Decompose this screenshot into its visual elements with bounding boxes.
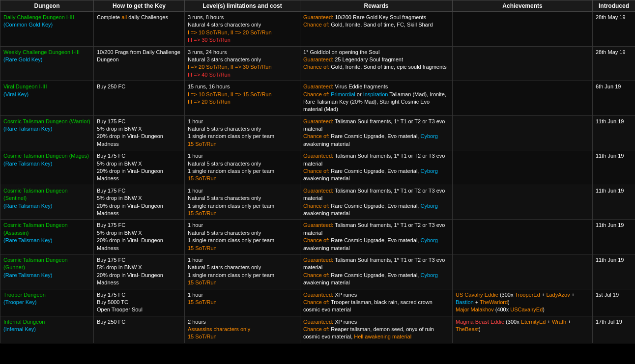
row-weekly: Weekly Challenge Dungeon I-III(Rare Gold… bbox=[0, 46, 635, 81]
row-cosmic-gunner: Cosmic Talisman Dungeon (Gunner)(Rare Ta… bbox=[0, 254, 635, 289]
introduced-cell: 6th Jun 19 bbox=[593, 81, 635, 116]
introduced-cell: 17th Jul 19 bbox=[593, 316, 635, 343]
rewards-cell: Guaranteed: Talisman Soul framents, 1* T… bbox=[300, 150, 453, 185]
achievements-cell: US Cavalry Eddie (300x TrooperEd + LadyA… bbox=[453, 289, 593, 316]
main-table: Dungeon How to get the Key Level(s) limi… bbox=[0, 0, 635, 343]
level-cell: 1 hourNatural 5 stars characters only1 s… bbox=[185, 115, 300, 150]
level-cell: 2 hoursAssassins characters only15 SoT/R… bbox=[185, 316, 300, 343]
dungeon-cell: Cosmic Talisman Dungeon (Magus)(Rare Tal… bbox=[0, 150, 94, 185]
achievements-cell bbox=[453, 185, 593, 220]
introduced-cell: 1st Jul 19 bbox=[593, 289, 635, 316]
header-dungeon: Dungeon bbox=[0, 0, 94, 12]
key-cell: Buy 175 FC5% drop in BNW X20% drop in Vi… bbox=[94, 254, 185, 289]
key-cell: Buy 175 FC5% drop in BNW X20% drop in Vi… bbox=[94, 220, 185, 254]
level-cell: 1 hourNatural 5 stars characters only1 s… bbox=[185, 220, 300, 254]
dungeon-cell: Viral Dungeon I-III(Viral Key) bbox=[0, 81, 94, 116]
rewards-cell: Guaranteed: Talisman Soul framents, 1* T… bbox=[300, 115, 453, 150]
achievements-cell bbox=[453, 150, 593, 185]
rewards-cell: Guaranteed: Talisman Soul framents, 1* T… bbox=[300, 254, 453, 289]
level-cell: 3 runs, 24 hoursNatural 3 stars characte… bbox=[185, 46, 300, 81]
rewards-cell: Guaranteed: 10/200 Rare Gold Key Soul fr… bbox=[300, 12, 453, 47]
introduced-cell: 11th Jun 19 bbox=[593, 150, 635, 185]
introduced-cell: 11th Jun 19 bbox=[593, 115, 635, 150]
introduced-cell: 11th Jun 19 bbox=[593, 185, 635, 220]
introduced-cell: 28th May 19 bbox=[593, 12, 635, 47]
rewards-cell: Guaranteed: XP runesChance of: Trooper t… bbox=[300, 289, 453, 316]
row-cosmic-warrior: Cosmic Talisman Dungeon (Warrior)(Rare T… bbox=[0, 115, 635, 150]
introduced-cell: 28th May 19 bbox=[593, 46, 635, 81]
key-cell: Buy 175 FC5% drop in BNW X20% drop in Vi… bbox=[94, 185, 185, 220]
achievements-cell bbox=[453, 220, 593, 254]
introduced-cell: 11th Jun 19 bbox=[593, 220, 635, 254]
dungeon-cell: Cosmic Talisman Dungeon (Gunner)(Rare Ta… bbox=[0, 254, 94, 289]
achievements-cell bbox=[453, 81, 593, 116]
key-cell: 10/200 Frags from Daily Challenge Dungeo… bbox=[94, 46, 185, 81]
dungeon-cell: Weekly Challenge Dungeon I-III(Rare Gold… bbox=[0, 46, 94, 81]
dungeon-cell: Daily Challenge Dungeon I-III(Common Gol… bbox=[0, 12, 94, 47]
key-cell: Buy 175 FC5% drop in BNW X20% drop in Vi… bbox=[94, 150, 185, 185]
dungeon-cell: Cosmic Talisman Dungeon (Warrior)(Rare T… bbox=[0, 115, 94, 150]
dungeon-cell: Cosmic Talisman Dungeon (Sentinel)(Rare … bbox=[0, 185, 94, 220]
level-cell: 1 hourNatural 5 stars characters only1 s… bbox=[185, 150, 300, 185]
row-daily: Daily Challenge Dungeon I-III(Common Gol… bbox=[0, 12, 635, 47]
dungeon-cell: Infernal Dungeon(Infernal Key) bbox=[0, 316, 94, 343]
header-achievements: Achievements bbox=[453, 0, 593, 12]
level-cell: 15 runs, 16 hoursI => 10 SoT/Run, II => … bbox=[185, 81, 300, 116]
header-key: How to get the Key bbox=[94, 0, 185, 12]
achievements-cell bbox=[453, 115, 593, 150]
row-infernal: Infernal Dungeon(Infernal Key)Buy 250 FC… bbox=[0, 316, 635, 343]
rewards-cell: Guaranteed: Talisman Soul framents, 1* T… bbox=[300, 185, 453, 220]
introduced-cell: 11th Jun 19 bbox=[593, 254, 635, 289]
header-introduced: Introduced bbox=[593, 0, 635, 12]
rewards-cell: 1* GoldIdol on opening the SoulGuarantee… bbox=[300, 46, 453, 81]
achievements-cell bbox=[453, 254, 593, 289]
achievements-cell bbox=[453, 46, 593, 81]
row-cosmic-assassin: Cosmic Talisman Dungeon (Assassin)(Rare … bbox=[0, 220, 635, 254]
key-cell: Buy 250 FC bbox=[94, 316, 185, 343]
level-cell: 1 hourNatural 5 stars characters only1 s… bbox=[185, 185, 300, 220]
level-cell: 3 runs, 8 hoursNatural 4 stars character… bbox=[185, 12, 300, 47]
level-cell: 1 hourNatural 5 stars characters only1 s… bbox=[185, 254, 300, 289]
header-level: Level(s) limitations and cost bbox=[185, 0, 300, 12]
key-cell: Complete all daily Challenges bbox=[94, 12, 185, 47]
achievements-cell bbox=[453, 12, 593, 47]
header-rewards: Rewards bbox=[300, 0, 453, 12]
row-viral: Viral Dungeon I-III(Viral Key)Buy 250 FC… bbox=[0, 81, 635, 116]
row-cosmic-sentinel: Cosmic Talisman Dungeon (Sentinel)(Rare … bbox=[0, 185, 635, 220]
row-cosmic-magus: Cosmic Talisman Dungeon (Magus)(Rare Tal… bbox=[0, 150, 635, 185]
achievements-cell: Magma Beast Eddie (300x EternityEd + Wra… bbox=[453, 316, 593, 343]
key-cell: Buy 250 FC bbox=[94, 81, 185, 116]
key-cell: Buy 175 FCBuy 5000 TCOpen Trooper Soul bbox=[94, 289, 185, 316]
row-trooper: Trooper Dungeon(Trooper Key)Buy 175 FCBu… bbox=[0, 289, 635, 316]
key-cell: Buy 175 FC5% drop in BNW X20% drop in Vi… bbox=[94, 115, 185, 150]
rewards-cell: Guaranteed: XP runesChance of: Reaper ta… bbox=[300, 316, 453, 343]
level-cell: 1 hour15 SoT/Run bbox=[185, 289, 300, 316]
dungeon-cell: Cosmic Talisman Dungeon (Assassin)(Rare … bbox=[0, 220, 94, 254]
rewards-cell: Guaranteed: Talisman Soul framents, 1* T… bbox=[300, 220, 453, 254]
rewards-cell: Guaranteed: Virus Eddie fragmentsChance … bbox=[300, 81, 453, 116]
dungeon-cell: Trooper Dungeon(Trooper Key) bbox=[0, 289, 94, 316]
